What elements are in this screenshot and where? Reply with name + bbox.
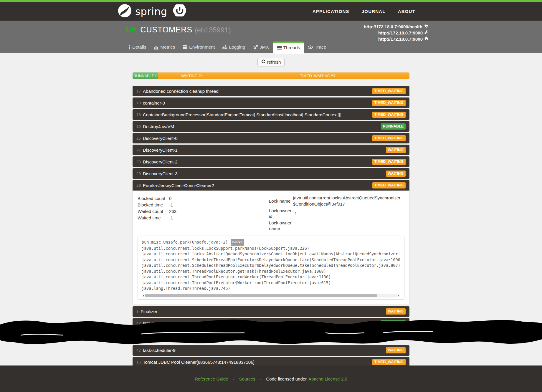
service-url-text: http://172.18.0.7:9000: [378, 36, 423, 42]
spring-boot-hexagon-icon: [173, 4, 186, 19]
thread-row[interactable]: 42 http-nio-9000-Acceptor-0 RUNNABLE: [133, 318, 409, 329]
sliders-icon: [222, 45, 227, 49]
stack-line: java.util.concurrent.locks.AbstractQueue…: [142, 251, 400, 257]
scroll-track[interactable]: [145, 294, 397, 297]
nav-item-about[interactable]: ABOUT: [398, 9, 415, 14]
native-badge: native: [231, 239, 244, 246]
thread-row[interactable]: 28 DiscoveryClient-2 TIMED_WAITING: [133, 156, 409, 167]
health-url-link[interactable]: http://172.18.0.7:9000/health: [364, 24, 429, 30]
footer-link-sources[interactable]: Sources: [239, 376, 255, 381]
thread-state-badge: TIMED_WAITING: [372, 112, 406, 118]
brand[interactable]: spring: [118, 4, 186, 19]
tab-environment[interactable]: Environment: [179, 42, 219, 53]
thread-row[interactable]: 29 DiscoveryClient-3 WAITING: [133, 168, 409, 179]
app-instance-id: (eb135991): [195, 26, 231, 34]
thread-state-badge: RUNNABLE: [381, 123, 406, 130]
thread-row[interactable]: 10 DestroyJavaVM RUNNABLE: [133, 121, 409, 132]
thread-id: 18: [136, 113, 141, 117]
thread-name: container-0: [143, 100, 165, 105]
stack-line: java.lang.Thread.run(Thread.java:745): [142, 286, 400, 292]
thread-name: Eureka-JerseyClient-Conn-Cleaner2: [143, 183, 214, 188]
scroll-left-icon[interactable]: [142, 295, 144, 297]
tab-metrics[interactable]: Metrics: [150, 42, 179, 53]
lock-value: -1: [293, 211, 404, 217]
redacted-rows-gap: [133, 330, 409, 345]
stack-line: java.util.concurrent.ThreadPoolExecutor.…: [142, 269, 400, 274]
tab-threads[interactable]: Threads: [273, 42, 304, 54]
thread-id: 17: [136, 89, 141, 93]
bar-chart-icon: [154, 45, 158, 49]
footer-link-reference-guide[interactable]: Reference Guide: [195, 376, 228, 381]
thread-id: 10: [136, 124, 141, 129]
thread-id: 3: [136, 309, 139, 314]
thread-row[interactable]: 19 container-0 TIMED_WAITING: [133, 97, 409, 108]
stat-label: Blocked time: [138, 202, 169, 208]
tab-label: Metrics: [160, 44, 175, 50]
home-icon: [424, 36, 429, 42]
lock-label: Lock owner name: [269, 220, 293, 231]
footer-separator: -: [260, 376, 262, 381]
stack-icon: [183, 45, 187, 49]
thread-row[interactable]: 17 Abandoned connection cleanup thread T…: [133, 86, 409, 96]
thread-state-badge: TIMED_WAITING: [372, 100, 406, 106]
status-up-label: UP: [126, 26, 136, 34]
thread-id: 26: [136, 183, 141, 188]
footer-link-apache-license[interactable]: Apache License 2.0: [308, 376, 347, 381]
info-icon: [128, 45, 130, 49]
tab-label: JMX: [260, 44, 269, 50]
thread-state-badge: WAITING: [386, 171, 406, 177]
thread-id: 25: [136, 136, 141, 140]
thread-name: task-scheduler-9: [143, 348, 176, 353]
thread-state-badge: TIMED_WAITING: [372, 182, 406, 188]
tab-details[interactable]: Details: [124, 42, 150, 53]
stack-line: java.util.concurrent.locks.LockSupport.p…: [142, 246, 400, 252]
thread-row[interactable]: 25 DiscoveryClient-0 TIMED_WAITING: [133, 133, 409, 143]
stat-value: -1: [169, 202, 173, 208]
wrench-icon: [424, 30, 429, 36]
refresh-icon: [261, 59, 265, 64]
stack-scrollbar[interactable]: [142, 293, 400, 298]
scroll-right-icon[interactable]: [398, 295, 400, 297]
eye-icon: [308, 45, 313, 49]
stack-line: java.util.concurrent.ThreadPoolExecutor$…: [142, 280, 400, 286]
thread-id: 16: [136, 360, 141, 364]
thread-locks: Lock namejava.util.concurrent.locks.Abst…: [269, 195, 404, 232]
thread-row[interactable]: 47 task-scheduler-9 WAITING: [133, 345, 409, 356]
service-url-link[interactable]: http://172.18.0.7:9000: [364, 36, 429, 42]
stat-value: 263: [169, 208, 176, 215]
footer-separator: -: [233, 376, 234, 381]
tab-label: Trace: [315, 44, 326, 50]
stack-line: sun.misc.Unsafe.park(Unsafe.java:-2)nati…: [142, 239, 400, 246]
management-url-link[interactable]: http://172.18.0.7:9000: [364, 30, 429, 36]
tab-trace[interactable]: Trace: [304, 42, 330, 53]
scroll-thumb[interactable]: [145, 294, 377, 297]
top-navbar: spring APPLICATIONS JOURNAL ABOUT: [0, 0, 542, 21]
thread-id: 19: [136, 101, 141, 105]
thread-state-badge: WAITING: [386, 147, 406, 153]
tab-bar: Details Metrics Environment Logging: [124, 42, 330, 53]
footer: Reference Guide - Sources - Code license…: [0, 365, 542, 392]
nav-item-applications[interactable]: APPLICATIONS: [313, 9, 349, 14]
top-nav-links: APPLICATIONS JOURNAL ABOUT: [313, 9, 415, 14]
refresh-button[interactable]: refresh: [257, 58, 285, 66]
thread-state-badge: TIMED_WAITING: [372, 159, 406, 165]
thread-stats: Blocked count0 Blocked time-1 Waited cou…: [138, 195, 255, 232]
stack-line: java.util.concurrent.ScheduledThreadPool…: [142, 263, 400, 269]
spring-leaf-logo-icon: [118, 4, 132, 19]
refresh-label: refresh: [267, 59, 281, 64]
thread-row[interactable]: 27 DiscoveryClient-1 WAITING: [133, 145, 409, 155]
tab-logging[interactable]: Logging: [219, 42, 249, 53]
thread-row[interactable]: 3 Finalizer WAITING: [133, 306, 409, 317]
thread-state-badge: TIMED_WAITING: [372, 88, 406, 94]
footer-license-text: Code licensed under: [266, 376, 307, 381]
nav-item-journal[interactable]: JOURNAL: [362, 9, 386, 14]
thread-state-badge: WAITING: [386, 308, 406, 315]
app-title: UP CUSTOMERS (eb135991): [126, 25, 231, 34]
stat-label: Waited time: [138, 215, 169, 221]
stat-value: 0: [169, 195, 171, 202]
tab-label: Details: [132, 44, 146, 50]
lock-value: java.util.concurrent.locks.AbstractQueue…: [293, 195, 404, 207]
thread-row-expanded[interactable]: 26 Eureka-JerseyClient-Conn-Cleaner2 TIM…: [133, 180, 409, 191]
thread-row[interactable]: 18 ContainerBackgroundProcessor[Standard…: [133, 109, 409, 120]
tab-jmx[interactable]: JMX: [249, 42, 273, 53]
